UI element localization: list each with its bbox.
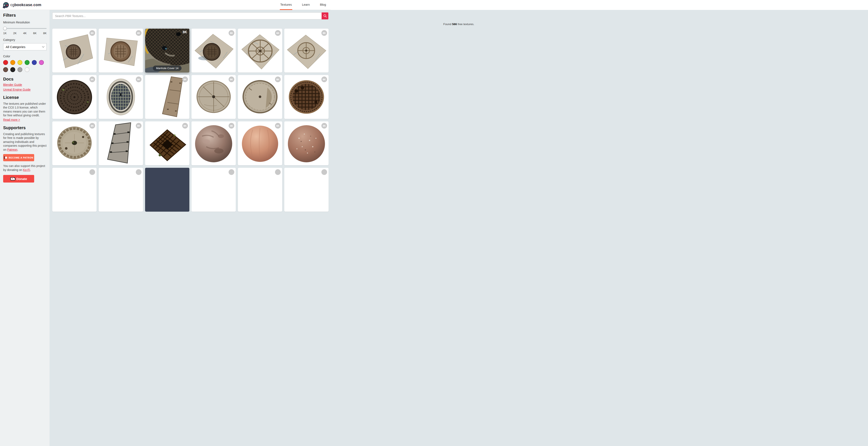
texture-card[interactable] — [52, 168, 97, 170]
patreon-icon — [4, 156, 7, 159]
color-swatch-green[interactable] — [25, 60, 30, 65]
resolution-badge: 8K — [89, 76, 95, 82]
color-swatch-blue[interactable] — [32, 60, 37, 65]
tick-1k: 1K — [3, 32, 7, 35]
texture-thumbnail — [99, 29, 143, 72]
filter-sidebar: Filters Minimum Resolution 1K 2K 4K 6K 8… — [0, 10, 50, 170]
texture-thumbnail — [52, 168, 97, 170]
color-swatch-white[interactable] — [25, 67, 30, 72]
color-label: Color — [3, 55, 46, 58]
kofi-link[interactable]: Ko-Fi — [23, 168, 30, 170]
texture-thumbnail — [191, 121, 236, 165]
nav-learn[interactable]: Learn — [302, 0, 310, 10]
site-logo-text: cgbookcase.com — [10, 3, 41, 7]
texture-card[interactable] — [191, 168, 236, 170]
color-swatch-brown[interactable] — [3, 67, 8, 72]
resolution-badge: 4K — [228, 123, 234, 129]
texture-card[interactable]: 8K — [145, 75, 189, 119]
texture-name-label: Manhole Cover 14 — [153, 66, 182, 71]
kofi-text: You can also support this project by don… — [3, 164, 46, 170]
category-label: Category — [3, 38, 46, 41]
category-select[interactable]: All Categories — [3, 43, 46, 51]
resolution-badge: 8K — [275, 76, 281, 82]
main-content: Found 566 free textures. 8K8K8KManhole C… — [50, 10, 331, 170]
color-swatch-orange[interactable] — [10, 60, 15, 65]
texture-thumbnail — [52, 121, 97, 165]
resolution-badge: 6K — [275, 30, 281, 36]
texture-card[interactable]: 8K — [238, 75, 282, 119]
texture-card[interactable]: 8K — [99, 75, 143, 119]
texture-card[interactable]: 8K — [52, 121, 97, 165]
category-selected-value: All Categories — [6, 45, 25, 49]
texture-card[interactable]: 8K — [99, 121, 143, 165]
site-logo[interactable]: cgbookcase.com — [3, 2, 41, 8]
texture-thumbnail — [191, 75, 236, 119]
slider-thumb[interactable] — [3, 27, 7, 30]
color-swatch-red[interactable] — [3, 60, 8, 65]
nav-blog[interactable]: Blog — [319, 0, 327, 10]
resolution-badge: 8K — [136, 76, 142, 82]
palette-logo-icon — [3, 2, 9, 8]
texture-card[interactable] — [238, 168, 282, 170]
resolution-badge: 8K — [321, 30, 327, 36]
texture-card[interactable] — [145, 168, 189, 170]
texture-card[interactable]: 6K — [238, 29, 282, 72]
texture-card[interactable]: 8KManhole Cover 14 — [145, 29, 189, 72]
blender-guide-link[interactable]: Blender Guide — [3, 83, 46, 87]
texture-thumbnail — [284, 29, 329, 72]
search-icon — [323, 14, 327, 18]
resolution-badge: 6K — [275, 123, 281, 129]
texture-thumbnail — [145, 121, 189, 165]
resolution-badge: 8K — [182, 123, 188, 129]
texture-thumbnail — [284, 75, 329, 119]
texture-thumbnail — [99, 121, 143, 165]
texture-card[interactable]: 8K — [99, 29, 143, 72]
tick-8k: 8K — [43, 32, 46, 35]
color-swatches — [3, 60, 45, 72]
nav-textures[interactable]: Textures — [280, 0, 292, 10]
resolution-ticks: 1K 2K 4K 6K 8K — [3, 32, 46, 35]
resolution-badge: 8K — [183, 30, 187, 34]
texture-card[interactable]: 8K — [191, 75, 236, 119]
become-a-patron-button[interactable]: BECOME A PATRON — [3, 154, 34, 161]
search-bar — [52, 12, 328, 20]
tick-4k: 4K — [23, 32, 27, 35]
texture-card[interactable]: 8K — [52, 75, 97, 119]
texture-card[interactable]: 8K — [284, 75, 329, 119]
texture-grid: 8K8K8KManhole Cover 148K6K8K8K8K8K8K8K8K… — [52, 29, 331, 170]
texture-card[interactable]: 4K — [284, 121, 329, 165]
header: cgbookcase.com Textures Learn Blog — [0, 0, 331, 10]
color-swatch-magenta[interactable] — [39, 60, 44, 65]
texture-card[interactable]: 6K — [238, 121, 282, 165]
unreal-guide-link[interactable]: Unreal Engine Guide — [3, 88, 46, 91]
texture-thumbnail — [145, 168, 189, 170]
texture-thumbnail — [238, 29, 282, 72]
search-button[interactable] — [321, 12, 328, 20]
texture-card[interactable]: 8K — [52, 29, 97, 72]
color-swatch-black[interactable] — [10, 67, 15, 72]
texture-card[interactable] — [284, 168, 329, 170]
license-text: The textures are published under the CC0… — [3, 102, 46, 118]
patreon-link[interactable]: Patreon — [7, 148, 17, 151]
texture-card[interactable] — [99, 168, 143, 170]
tick-2k: 2K — [13, 32, 17, 35]
texture-thumbnail — [145, 75, 189, 119]
texture-card[interactable]: 8K — [191, 29, 236, 72]
texture-card[interactable]: 4K — [191, 121, 236, 165]
search-input[interactable] — [52, 12, 321, 20]
resolution-badge: 8K — [228, 76, 234, 82]
tick-6k: 6K — [33, 32, 37, 35]
supporters-title: Supporters — [3, 125, 46, 130]
color-swatch-gray[interactable] — [18, 67, 22, 72]
resolution-badge: 8K — [136, 30, 142, 36]
read-more-link[interactable]: Read more > — [3, 118, 20, 121]
resolution-badge: 8K — [136, 123, 142, 129]
color-swatch-yellow[interactable] — [18, 60, 22, 65]
resolution-badge: 8K — [228, 30, 234, 36]
texture-thumbnail — [191, 168, 236, 170]
texture-thumbnail — [191, 29, 236, 72]
texture-card[interactable]: 8K — [284, 29, 329, 72]
min-resolution-slider[interactable] — [3, 27, 46, 30]
results-count: Found 566 free textures. — [50, 23, 331, 26]
texture-card[interactable]: 8K — [145, 121, 189, 165]
